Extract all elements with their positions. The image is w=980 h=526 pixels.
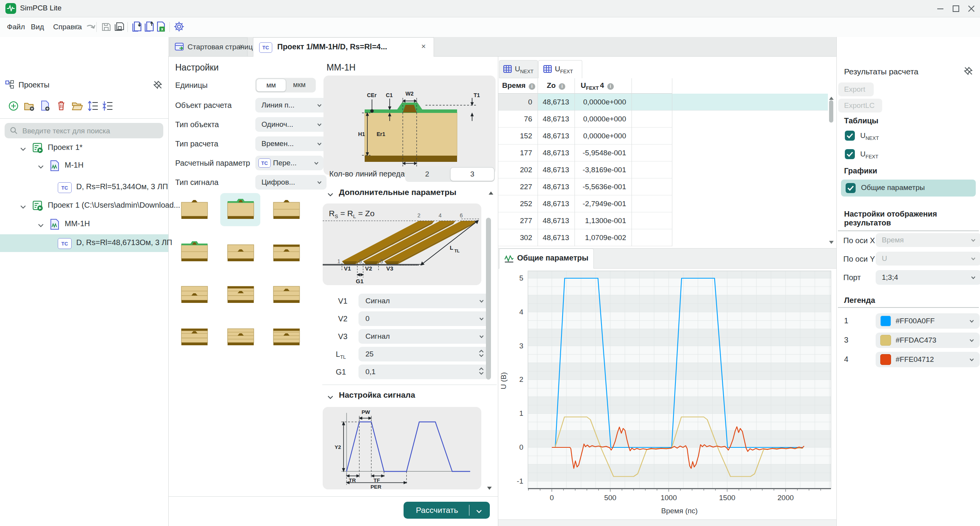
- table-cell[interactable]: 48,6713: [538, 212, 575, 229]
- scroll-up-icon[interactable]: [488, 190, 494, 197]
- stackup-thumbnail-2layer-top[interactable]: [272, 198, 301, 220]
- settings-gear-icon[interactable]: [173, 21, 185, 34]
- tree-item-label[interactable]: ММ-1Н: [65, 219, 90, 228]
- tree-item-label[interactable]: Проект 1*: [48, 143, 82, 152]
- table-row[interactable]: 15248,67130,0000e+000: [498, 128, 828, 145]
- table-tab-unext[interactable]: UNEXT: [499, 60, 538, 78]
- table-row[interactable]: 22748,6713-5,5636e-001: [498, 178, 828, 195]
- table-tab-ufext-active[interactable]: UFEXT: [538, 60, 582, 79]
- unext-checkbox-label[interactable]: UNEXT: [860, 131, 879, 141]
- tab-project-active[interactable]: TC Проект 1/ММ-1Н/D, Rs=Rl=4... ×: [253, 37, 434, 57]
- table-cell[interactable]: [632, 145, 672, 161]
- table-cell[interactable]: 252: [498, 195, 538, 212]
- delete-icon[interactable]: [56, 100, 66, 113]
- redo-icon[interactable]: [85, 22, 96, 34]
- table-cell[interactable]: 48,6713: [538, 94, 575, 111]
- chart-checkbox-label[interactable]: Общие параметры: [861, 183, 925, 192]
- v3-select[interactable]: Сигнал: [358, 329, 489, 344]
- tree-item-label[interactable]: D, Rs=Rl=51,344Ом, 3 ЛП: [76, 182, 168, 191]
- table-row[interactable]: 17748,6713-5,9548e-001: [498, 145, 828, 161]
- axis-y-select[interactable]: U: [876, 252, 980, 266]
- collapse-all-icon[interactable]: [102, 101, 114, 113]
- table-cell[interactable]: 76: [498, 111, 538, 128]
- chart-checkbox[interactable]: [846, 183, 856, 193]
- close-tab-icon[interactable]: ×: [421, 42, 426, 51]
- scroll-down-icon[interactable]: [487, 485, 492, 492]
- stackup-thumbnail-4layer[interactable]: [226, 325, 255, 346]
- save-all-icon[interactable]: [114, 21, 125, 34]
- table-cell[interactable]: -3,8169e-001: [575, 161, 632, 178]
- table-cell[interactable]: 1,0709e-002: [575, 229, 632, 246]
- table-row[interactable]: 30248,67131,0709e-002: [498, 229, 828, 246]
- table-cell[interactable]: [632, 195, 672, 212]
- tree-row-m1h[interactable]: М-1Н: [0, 157, 168, 174]
- add-icon[interactable]: [8, 101, 18, 113]
- table-cell[interactable]: 48,6713: [538, 229, 575, 246]
- object-type-select[interactable]: Одиноч...: [255, 117, 327, 132]
- exportlc-button[interactable]: ExportLC: [838, 99, 882, 113]
- calculate-label[interactable]: Рассчитать: [416, 506, 458, 515]
- search-input[interactable]: [22, 123, 158, 139]
- chevron-down-icon[interactable]: [20, 146, 26, 153]
- column-header-zo[interactable]: Zoi: [547, 81, 565, 90]
- tab-label[interactable]: Стартовая страница: [188, 43, 257, 51]
- table-cell[interactable]: 0,0000e+000: [575, 128, 632, 145]
- table-cell[interactable]: [632, 128, 672, 145]
- signal-settings-header[interactable]: Настройка сигнала: [339, 390, 415, 400]
- axis-x-select[interactable]: Время: [876, 233, 980, 247]
- legend-color-4-select[interactable]: #FFE04712: [876, 352, 980, 367]
- calculate-button[interactable]: Рассчитать: [404, 502, 490, 519]
- spinner-arrows-icon[interactable]: [479, 367, 484, 377]
- tree-item-label[interactable]: D, Rs=Rl=48,6713Ом, 3 ЛП: [76, 238, 172, 247]
- table-cell[interactable]: 302: [498, 229, 538, 246]
- table-cell[interactable]: -2,7949e-001: [575, 195, 632, 212]
- table-scrollbar-thumb[interactable]: [829, 100, 833, 123]
- chevron-down-icon[interactable]: [20, 203, 26, 210]
- menu-view[interactable]: Вид: [31, 23, 44, 31]
- export-button[interactable]: Export: [838, 82, 874, 96]
- info-icon[interactable]: i: [559, 83, 565, 90]
- calc-type-select[interactable]: Времен...: [255, 136, 327, 151]
- signal-type-select[interactable]: Цифров...: [255, 175, 327, 190]
- units-option-mm[interactable]: мм: [256, 79, 286, 92]
- lines-count-option-2[interactable]: 2: [425, 170, 429, 178]
- stackup-thumbnail-microstrip[interactable]: [180, 198, 209, 220]
- search-box[interactable]: [5, 123, 163, 138]
- close-tab-icon[interactable]: ×: [239, 42, 244, 51]
- info-icon[interactable]: i: [607, 83, 614, 90]
- chart-tab-label[interactable]: Общие параметры: [517, 254, 588, 262]
- table-cell[interactable]: -5,5636e-001: [575, 178, 632, 195]
- info-icon[interactable]: i: [529, 83, 535, 90]
- stackup-thumbnail-2layer-embedded-plane[interactable]: [272, 241, 301, 262]
- table-cell[interactable]: [632, 111, 672, 128]
- tab-label[interactable]: Проект 1/ММ-1Н/D, Rs=Rl=4...: [277, 42, 387, 51]
- ufext-checkbox-label[interactable]: UFEXT: [860, 150, 878, 160]
- column-header-time[interactable]: Времяi: [502, 81, 535, 90]
- table-row[interactable]: 25248,6713-2,7949e-001: [498, 195, 828, 212]
- chevron-down-icon[interactable]: [38, 222, 44, 229]
- table-cell[interactable]: 48,6713: [538, 128, 575, 145]
- close-button[interactable]: [964, 2, 978, 15]
- table-cell[interactable]: 227: [498, 178, 538, 195]
- stackup-thumbnail-coated-microstrip[interactable]: [226, 198, 255, 220]
- spinner-arrows-icon[interactable]: [479, 349, 484, 359]
- tab-label[interactable]: UFEXT: [555, 65, 573, 74]
- unpin-icon[interactable]: [153, 80, 162, 91]
- chart-checkbox-row-highlighted[interactable]: Общие параметры: [841, 180, 976, 197]
- expand-all-icon[interactable]: [88, 101, 99, 113]
- stackup-thumbnail-3layer-low[interactable]: [180, 282, 209, 304]
- tab-label[interactable]: UNEXT: [515, 65, 533, 74]
- chart-tab-active[interactable]: Общие параметры: [499, 249, 594, 269]
- tree-row-calc2-selected[interactable]: TC D, Rs=Rl=48,6713Ом, 3 ЛП: [0, 234, 168, 252]
- tree-row-mm1h[interactable]: ММ-1Н: [0, 216, 168, 233]
- table-cell[interactable]: 48,6713: [538, 195, 575, 212]
- table-cell[interactable]: 177: [498, 145, 538, 161]
- tree-row-calc1[interactable]: TC D, Rs=Rl=51,344Ом, 3 ЛП: [0, 179, 168, 196]
- main-chart[interactable]: -10123450500100015002000Время (пс)U (В): [499, 269, 836, 519]
- table-cell[interactable]: 48,6713: [538, 161, 575, 178]
- undo-icon[interactable]: [71, 22, 83, 34]
- table-row[interactable]: 20248,6713-3,8169e-001: [498, 161, 828, 178]
- table-cell[interactable]: 1,1300e-001: [575, 212, 632, 229]
- table-cell[interactable]: 0,0000e+000: [575, 111, 632, 128]
- collapse-chevron-icon[interactable]: [327, 191, 333, 198]
